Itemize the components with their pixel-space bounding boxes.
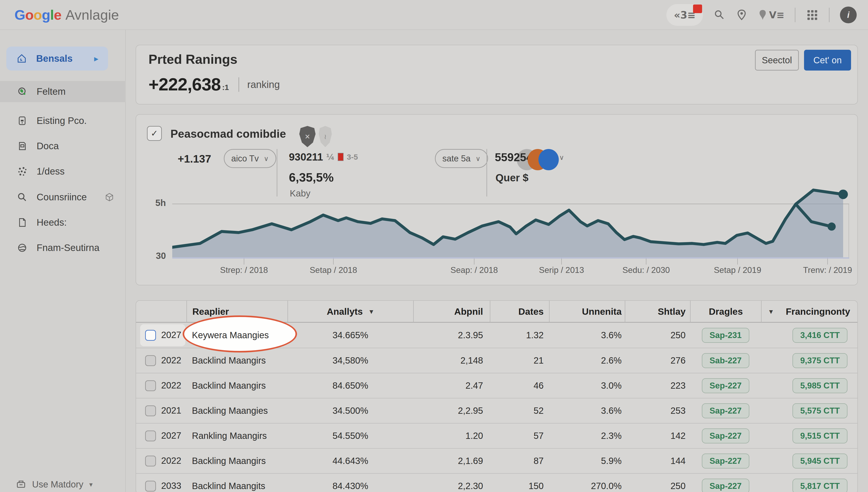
row-checkbox[interactable] bbox=[145, 430, 156, 441]
ctt-pill[interactable]: 5,575 CTT bbox=[792, 403, 847, 418]
sidebar-item-label: Counsriince bbox=[36, 192, 87, 203]
sidebar-item-feltem[interactable]: Feltem bbox=[0, 81, 126, 102]
sort-desc-icon: ▼ bbox=[768, 308, 774, 315]
keyword-name: Backling Maangirs bbox=[186, 456, 287, 466]
cell-shtlay: 142 bbox=[625, 431, 690, 441]
cell-year: 2022 bbox=[161, 380, 181, 391]
sidebar-item-label: 1/dess bbox=[36, 166, 65, 177]
column-label: Dragles bbox=[709, 306, 743, 317]
cell-dates: 46 bbox=[490, 380, 549, 391]
filter-list-icon[interactable]: V≡ bbox=[758, 9, 784, 21]
column-header-dates[interactable]: Dates bbox=[490, 301, 549, 323]
sidebar-item-fnam-seutirna[interactable]: Fnam-Seutirna bbox=[0, 237, 126, 259]
date-pill[interactable]: Sap-227 bbox=[702, 428, 749, 443]
cell-dates: 57 bbox=[490, 431, 549, 441]
date-pill[interactable]: Sep-227 bbox=[702, 378, 749, 393]
page-title: Prted Ranings bbox=[149, 52, 237, 67]
date-pill[interactable]: Sap-227 bbox=[702, 453, 749, 468]
ceton-button[interactable]: Cet' on bbox=[804, 50, 851, 71]
x-axis-label: Seap: / 2018 bbox=[434, 266, 515, 275]
cell-year: 2022 bbox=[161, 456, 181, 466]
cell-year: 2021 bbox=[161, 405, 181, 416]
account-avatar[interactable]: i bbox=[840, 6, 857, 23]
cell-year: 2022 bbox=[161, 355, 181, 365]
row-checkbox[interactable] bbox=[145, 481, 156, 492]
chevron-down-icon: ∨ bbox=[476, 155, 481, 163]
y-axis-top-label: 5h bbox=[145, 198, 166, 208]
column-label: Abpnil bbox=[454, 306, 483, 317]
table-row[interactable]: Backling Maangies 34.500% 2,2.95 52 3.6%… bbox=[136, 398, 858, 423]
column-header-abpnil[interactable]: Abpnil bbox=[413, 301, 490, 323]
sidebar-footer-use-matdory[interactable]: Use Matdory ▾ bbox=[0, 475, 126, 492]
cell-abpnil: 2.3.95 bbox=[413, 330, 490, 340]
column-header-unnenita[interactable]: Unnenita bbox=[549, 301, 625, 323]
date-pill[interactable]: Sap-231 bbox=[702, 328, 749, 343]
ctt-pill[interactable]: 3,416 CTT bbox=[792, 328, 847, 343]
ctt-pill[interactable]: 9,515 CTT bbox=[792, 428, 847, 443]
cell-anallyts: 34.500% bbox=[287, 405, 413, 416]
area-chart[interactable] bbox=[172, 186, 849, 267]
table-row[interactable]: Backlind Maangits 84.430% 2,2.30 150 270… bbox=[136, 473, 858, 492]
group-icon bbox=[17, 166, 28, 177]
cell-anallyts: 54.550% bbox=[287, 431, 413, 441]
search-icon[interactable] bbox=[713, 9, 725, 21]
sidebar-item-eisting-pco[interactable]: Eisting Pco. bbox=[0, 109, 126, 132]
cell-dates: 1.32 bbox=[490, 330, 549, 340]
row-checkbox[interactable] bbox=[145, 456, 156, 466]
devices-icon bbox=[17, 115, 28, 126]
metric-row: +222,638 :1 ranking bbox=[149, 74, 280, 95]
date-pill[interactable]: Sab-227 bbox=[702, 353, 749, 368]
ctt-pill[interactable]: 9,375 CTT bbox=[792, 353, 847, 368]
row-checkbox[interactable] bbox=[145, 355, 156, 366]
cell-dates: 52 bbox=[490, 405, 549, 416]
cell-unnenita: 3.0% bbox=[549, 380, 625, 391]
glyph-icon: 3-5 bbox=[347, 153, 358, 162]
notification-badge bbox=[693, 4, 702, 13]
table-row[interactable]: Rankling Maangirs 54.550% 1.20 57 2.3% 1… bbox=[136, 423, 858, 448]
ctt-pill[interactable]: 5,945 CTT bbox=[792, 453, 847, 468]
table-row[interactable]: Keywera Maangies 34.665% 2.3.95 1.32 3.6… bbox=[136, 323, 858, 348]
cell-dragles: Sap-231 bbox=[690, 328, 761, 343]
sidebar-item-bensals[interactable]: Bensals ▸ bbox=[6, 47, 108, 71]
row-checkbox[interactable] bbox=[145, 330, 156, 341]
row-checkbox[interactable] bbox=[145, 380, 156, 391]
chevron-down-icon[interactable]: ∨ bbox=[559, 153, 564, 162]
ctt-pill[interactable]: 5,817 CTT bbox=[792, 479, 847, 492]
column-header-dragles[interactable]: Dragles bbox=[690, 301, 761, 323]
date-pill[interactable]: Sap-227 bbox=[702, 479, 749, 492]
column-header-francingnonty[interactable]: ▼Francingnonty bbox=[761, 301, 858, 323]
table-row[interactable]: Backling Maangirs 44.643% 2,1.69 87 5.9%… bbox=[136, 448, 858, 473]
cell-dates: 150 bbox=[490, 481, 549, 491]
cell-dates: 21 bbox=[490, 355, 549, 366]
apps-grid-icon[interactable] bbox=[806, 8, 818, 21]
sidebar-item-doca[interactable]: Doca bbox=[0, 135, 126, 157]
location-pin-icon[interactable] bbox=[736, 9, 747, 21]
row-checkbox[interactable] bbox=[145, 405, 156, 416]
date-pill[interactable]: Sap-227 bbox=[702, 403, 749, 418]
sidebar-item-heeds[interactable]: Heeds: bbox=[0, 211, 126, 234]
divider bbox=[795, 8, 795, 22]
keyword-name: Backlind Maangits bbox=[186, 481, 287, 491]
column-header-anallyts[interactable]: Anallyts▼ bbox=[287, 301, 413, 323]
sidebar-item-label: Eisting Pco. bbox=[36, 115, 87, 126]
metric-dropdown[interactable]: aico Tv ∨ bbox=[224, 149, 276, 168]
logo-letter: l bbox=[50, 7, 54, 23]
cell-abpnil: 1.20 bbox=[413, 431, 490, 441]
google-logo[interactable]: Google Avnlagie bbox=[15, 7, 119, 23]
sidebar-item-vdess[interactable]: 1/dess bbox=[0, 160, 126, 183]
table-row[interactable]: Backlind Maangirs 84.650% 2.47 46 3.0% 2… bbox=[136, 373, 858, 398]
chart-checkbox[interactable]: ✓ bbox=[147, 126, 162, 141]
logo-letter: g bbox=[42, 7, 50, 23]
ctt-pill[interactable]: 5,985 CTT bbox=[792, 378, 847, 393]
sidebar-item-counsriince[interactable]: Counsriince bbox=[0, 186, 126, 208]
column-label: Dates bbox=[518, 306, 544, 317]
cell-anallyts: 34,580% bbox=[287, 355, 413, 366]
date-dropdown[interactable]: sate 5a ∨ bbox=[435, 149, 488, 168]
chevron-down-icon: ∨ bbox=[264, 155, 269, 163]
notifications-button[interactable]: «3≡ bbox=[666, 4, 703, 26]
seectol-button[interactable]: Seectol bbox=[755, 50, 799, 71]
cell-abpnil: 2,2.30 bbox=[413, 481, 490, 491]
column-header-shtlay[interactable]: Shtlay bbox=[625, 301, 690, 323]
cell-dragles: Sap-227 bbox=[690, 428, 761, 443]
cell-dragles: Sep-227 bbox=[690, 378, 761, 393]
